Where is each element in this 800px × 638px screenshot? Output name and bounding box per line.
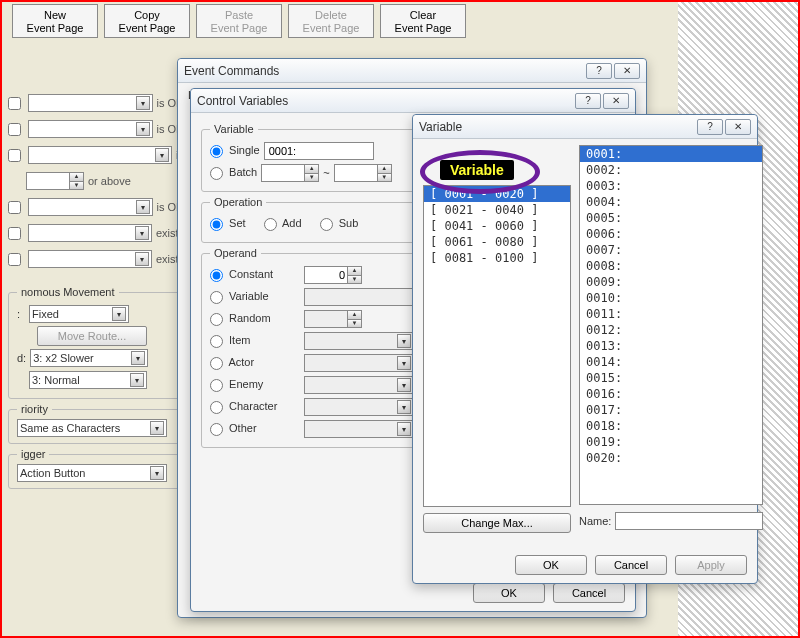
opd-actor-dropdown: ▾ — [304, 354, 414, 372]
cond-item-check[interactable] — [8, 227, 21, 240]
movement-freq-dropdown[interactable]: 3: Normal ▾ — [29, 371, 147, 389]
help-button[interactable]: ? — [697, 119, 723, 135]
variable-item[interactable]: 0001: — [580, 146, 762, 162]
variable-picker-ok-button[interactable]: OK — [515, 555, 587, 575]
movement-legend: nomous Movement — [17, 286, 119, 298]
opd-random-radio[interactable] — [210, 313, 223, 326]
opd-other-radio[interactable] — [210, 423, 223, 436]
variable-item[interactable]: 0004: — [580, 194, 762, 210]
cond-selfswitch-dropdown[interactable]: ▾ — [28, 198, 153, 216]
cond-switch2-check[interactable] — [8, 123, 21, 136]
cond-switch2-dropdown[interactable]: ▾ — [28, 120, 153, 138]
op-sub-radio[interactable] — [320, 218, 333, 231]
clear-event-page-button[interactable]: ClearEvent Page — [380, 4, 466, 38]
variable-item[interactable]: 0008: — [580, 258, 762, 274]
variable-item[interactable]: 0009: — [580, 274, 762, 290]
opd-variable-radio[interactable] — [210, 291, 223, 304]
cond-item-dropdown[interactable]: ▾ — [28, 224, 152, 242]
variable-item[interactable]: 0007: — [580, 242, 762, 258]
opd-enemy-radio[interactable] — [210, 379, 223, 392]
cond-actor-dropdown[interactable]: ▾ — [28, 250, 152, 268]
variable-item[interactable]: 0005: — [580, 210, 762, 226]
close-button[interactable]: ✕ — [725, 119, 751, 135]
movement-freq-value: 3: Normal — [32, 374, 80, 386]
variable-item[interactable]: 0006: — [580, 226, 762, 242]
variable-item[interactable]: 0013: — [580, 338, 762, 354]
variable-item[interactable]: 0014: — [580, 354, 762, 370]
opd-item-radio[interactable] — [210, 335, 223, 348]
cond-actor-check[interactable] — [8, 253, 21, 266]
movement-type-value: Fixed — [32, 308, 59, 320]
opd-character-label: Character — [229, 400, 277, 412]
cond-switch1-dropdown[interactable]: ▾ — [28, 94, 153, 112]
chevron-down-icon: ▾ — [136, 96, 150, 110]
movement-speed-dropdown[interactable]: 3: x2 Slower ▾ — [30, 349, 148, 367]
close-button[interactable]: ✕ — [603, 93, 629, 109]
cond-var-check[interactable] — [8, 149, 21, 162]
variable-range-item[interactable]: [ 0001 - 0020 ] — [424, 186, 570, 202]
chevron-down-icon: ▾ — [112, 307, 126, 321]
cond-var-value-spinner[interactable]: ▲▼ — [26, 172, 84, 190]
priority-legend: riority — [17, 403, 52, 415]
chevron-down-icon: ▾ — [150, 466, 164, 480]
variable-range-item[interactable]: [ 0021 - 0040 ] — [424, 202, 570, 218]
variable-batch-radio[interactable] — [210, 167, 223, 180]
close-button[interactable]: ✕ — [614, 63, 640, 79]
help-button[interactable]: ? — [575, 93, 601, 109]
variable-item[interactable]: 0020: — [580, 450, 762, 466]
batch-tilde: ~ — [323, 167, 329, 179]
variable-single-radio[interactable] — [210, 145, 223, 158]
cond-switch1-check[interactable] — [8, 97, 21, 110]
variable-item[interactable]: 0002: — [580, 162, 762, 178]
priority-dropdown[interactable]: Same as Characters ▾ — [17, 419, 167, 437]
variable-name-field[interactable] — [615, 512, 763, 530]
movement-type-dropdown[interactable]: Fixed ▾ — [29, 305, 129, 323]
variable-item[interactable]: 0012: — [580, 322, 762, 338]
event-conditions-panel: ▾ is ON ▾ is ON ▾ is ▲▼ or above ▾ is ON… — [8, 58, 184, 493]
opd-character-radio[interactable] — [210, 401, 223, 414]
variable-item[interactable]: 0003: — [580, 178, 762, 194]
variable-batch-to-spinner[interactable]: ▲▼ — [334, 164, 392, 182]
variable-item[interactable]: 0017: — [580, 402, 762, 418]
variable-item[interactable]: 0019: — [580, 434, 762, 450]
variable-picker-dialog: Variable ? ✕ [ 0001 - 0020 ][ 0021 - 004… — [412, 114, 758, 584]
trigger-legend: igger — [17, 448, 49, 460]
opd-actor-radio[interactable] — [210, 357, 223, 370]
help-button[interactable]: ? — [586, 63, 612, 79]
opd-constant-label: Constant — [229, 268, 273, 280]
control-variables-ok-button[interactable]: OK — [473, 583, 545, 603]
variable-picker-title: Variable — [419, 120, 462, 134]
opd-constant-spinner[interactable]: ▲▼ — [304, 266, 362, 284]
variable-list[interactable]: 0001:0002:0003:0004:0005:0006:0007:0008:… — [579, 145, 763, 505]
variable-single-label: Single — [229, 144, 260, 156]
variable-picker-cancel-button[interactable]: Cancel — [595, 555, 667, 575]
event-page-toolbar: NewEvent Page CopyEvent Page PasteEvent … — [12, 4, 466, 38]
trigger-dropdown[interactable]: Action Button ▾ — [17, 464, 167, 482]
op-set-radio[interactable] — [210, 218, 223, 231]
chevron-down-icon: ▾ — [130, 373, 144, 387]
new-event-page-button[interactable]: NewEvent Page — [12, 4, 98, 38]
cond-selfswitch-check[interactable] — [8, 201, 21, 214]
opd-actor-label: Actor — [228, 356, 254, 368]
variable-range-item[interactable]: [ 0081 - 0100 ] — [424, 250, 570, 266]
variable-legend: Variable — [210, 123, 258, 135]
opd-constant-radio[interactable] — [210, 269, 223, 282]
cond-var-dropdown[interactable]: ▾ — [28, 146, 172, 164]
op-add-radio[interactable] — [264, 218, 277, 231]
opd-other-label: Other — [229, 422, 257, 434]
variable-range-item[interactable]: [ 0041 - 0060 ] — [424, 218, 570, 234]
variable-range-list[interactable]: [ 0001 - 0020 ][ 0021 - 0040 ][ 0041 - 0… — [423, 185, 571, 507]
control-variables-title: Control Variables — [197, 94, 288, 108]
change-max-button[interactable]: Change Max... — [423, 513, 571, 533]
variable-item[interactable]: 0016: — [580, 386, 762, 402]
variable-item[interactable]: 0011: — [580, 306, 762, 322]
variable-item[interactable]: 0010: — [580, 290, 762, 306]
variable-range-item[interactable]: [ 0061 - 0080 ] — [424, 234, 570, 250]
copy-event-page-button[interactable]: CopyEvent Page — [104, 4, 190, 38]
variable-item[interactable]: 0015: — [580, 370, 762, 386]
variable-single-field[interactable] — [264, 142, 374, 160]
priority-value: Same as Characters — [20, 422, 120, 434]
variable-batch-from-spinner[interactable]: ▲▼ — [261, 164, 319, 182]
control-variables-cancel-button[interactable]: Cancel — [553, 583, 625, 603]
variable-item[interactable]: 0018: — [580, 418, 762, 434]
